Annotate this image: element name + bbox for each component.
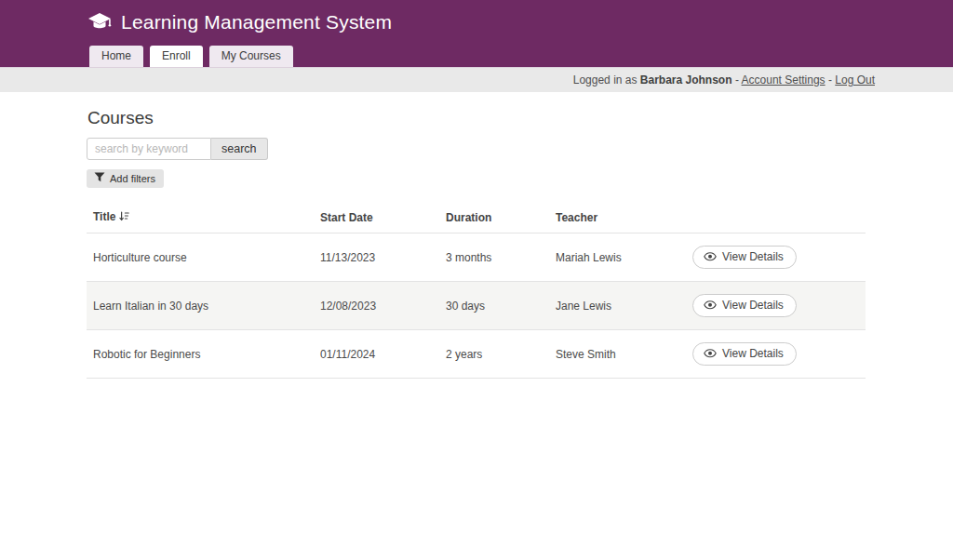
search-input[interactable] <box>87 138 211 160</box>
funnel-icon <box>94 172 105 184</box>
column-header-start-date[interactable]: Start Date <box>314 201 439 233</box>
eye-icon <box>704 300 717 310</box>
actions-cell: View Details <box>686 330 866 379</box>
view-details-label: View Details <box>722 347 784 360</box>
view-details-button[interactable]: View Details <box>692 246 797 269</box>
actions-cell: View Details <box>686 233 866 282</box>
brand: Learning Management System <box>87 11 392 33</box>
app-title: Learning Management System <box>121 11 392 33</box>
add-filters-label: Add filters <box>110 173 155 184</box>
page-title: Courses <box>87 108 866 128</box>
logged-in-label: Logged in as <box>573 73 638 87</box>
separator: - <box>735 73 739 87</box>
eye-icon <box>704 349 717 358</box>
table-header-row: Title Start Date Duration Teacher <box>87 201 866 233</box>
search-row: search <box>87 138 866 160</box>
view-details-button[interactable]: View Details <box>692 342 797 366</box>
duration-cell: 2 years <box>439 330 549 379</box>
main-content: Courses search Add filters Title <box>87 108 866 379</box>
column-header-actions <box>686 201 866 233</box>
column-header-title[interactable]: Title <box>87 201 314 233</box>
separator: - <box>828 73 832 87</box>
log-out-link[interactable]: Log Out <box>835 73 875 87</box>
actions-cell: View Details <box>686 282 866 330</box>
main-nav: Home Enroll My Courses <box>89 46 293 67</box>
add-filters-button[interactable]: Add filters <box>87 169 164 188</box>
start-date-cell: 11/13/2023 <box>314 233 439 282</box>
user-name: Barbara Johnson <box>640 73 732 87</box>
column-header-duration[interactable]: Duration <box>439 201 549 233</box>
graduation-cap-icon <box>87 12 112 33</box>
tab-my-courses[interactable]: My Courses <box>209 46 293 67</box>
teacher-cell: Jane Lewis <box>549 282 686 330</box>
table-row: Robotic for Beginners 01/11/2024 2 years… <box>87 330 866 379</box>
courses-table: Title Start Date Duration Teacher <box>87 201 866 379</box>
account-settings-link[interactable]: Account Settings <box>742 73 825 87</box>
table-row: Learn Italian in 30 days 12/08/2023 30 d… <box>87 282 866 330</box>
tab-enroll[interactable]: Enroll <box>150 46 203 67</box>
table-row: Horticulture course 11/13/2023 3 months … <box>87 233 866 282</box>
sort-amount-down-icon <box>119 211 129 224</box>
teacher-cell: Steve Smith <box>549 330 686 379</box>
view-details-button[interactable]: View Details <box>692 294 797 317</box>
view-details-label: View Details <box>722 299 784 312</box>
tab-home[interactable]: Home <box>89 46 143 67</box>
view-details-label: View Details <box>722 250 784 263</box>
search-button[interactable]: search <box>211 138 268 160</box>
duration-cell: 3 months <box>439 233 549 282</box>
course-title-cell: Robotic for Beginners <box>87 330 314 379</box>
user-bar: Logged in as Barbara Johnson - Account S… <box>0 67 953 92</box>
course-title-cell: Horticulture course <box>87 233 314 282</box>
app-header: Learning Management System Home Enroll M… <box>0 0 953 67</box>
eye-icon <box>704 252 717 261</box>
duration-cell: 30 days <box>439 282 549 330</box>
course-title-cell: Learn Italian in 30 days <box>87 282 314 330</box>
start-date-cell: 12/08/2023 <box>314 282 439 330</box>
start-date-cell: 01/11/2024 <box>314 330 439 379</box>
column-header-teacher[interactable]: Teacher <box>549 201 686 233</box>
teacher-cell: Mariah Lewis <box>549 233 686 282</box>
